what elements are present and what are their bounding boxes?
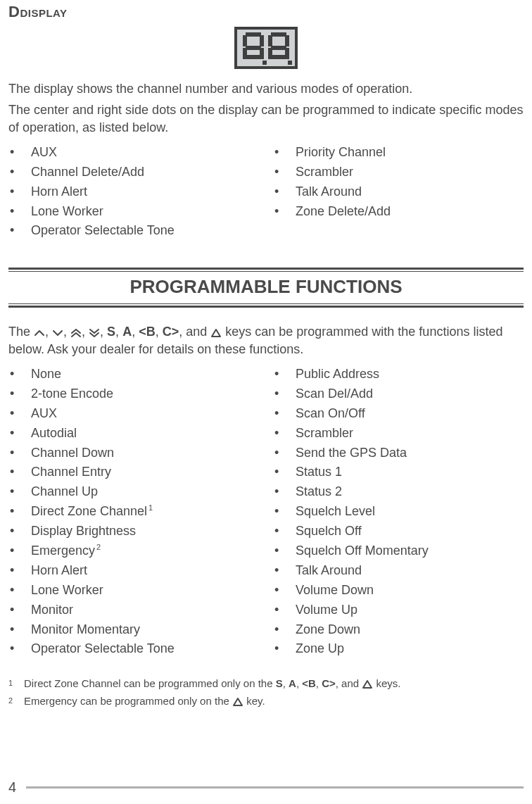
footnote-ref: 1 [148, 503, 153, 512]
list-item: •Scrambler [273, 424, 524, 444]
list-item-label: Channel Up [31, 484, 98, 498]
key-label: S [107, 325, 115, 339]
programmable-intro: The , , , , S, A, <B, C>, and keys can b… [8, 323, 524, 358]
list-item: •Operator Selectable Tone [8, 639, 259, 659]
list-item-label: Channel Down [31, 446, 114, 460]
list-item: •Display Brightness [8, 522, 259, 541]
bullet-icon: • [273, 502, 296, 522]
bullet-icon: • [8, 463, 31, 482]
list-item-label: None [31, 367, 61, 381]
list-item: •2-tone Encode [8, 384, 259, 404]
list-item: •Squelch Level [273, 502, 524, 522]
bullet-icon: • [273, 384, 296, 404]
list-item-label: Talk Around [296, 182, 362, 202]
list-item: •Squelch Off Momentary [273, 541, 524, 561]
display-para-1: The display shows the channel number and… [8, 80, 524, 97]
bullet-icon: • [273, 163, 296, 182]
list-item-label: Volume Down [296, 583, 374, 597]
list-item: •Scan On/Off [273, 404, 524, 424]
footnote: 2Emergency can be programmed only on the… [8, 693, 524, 710]
double-chevron-up-icon [70, 328, 82, 338]
bullet-icon: • [273, 482, 296, 502]
list-item: •Scan Del/Add [273, 384, 524, 404]
chevron-up-icon [34, 328, 45, 338]
bullet-icon: • [273, 404, 296, 424]
bullet-icon: • [8, 561, 31, 581]
list-item-label: Horn Alert [31, 563, 87, 577]
list-item-label: Zone Delete/Add [296, 202, 391, 222]
bullet-icon: • [8, 365, 31, 384]
triangle-up-icon [232, 697, 243, 707]
list-item-label: Squelch Off [296, 524, 362, 538]
list-item: •Squelch Off [273, 522, 524, 541]
list-item: •Zone Up [273, 639, 524, 659]
bullet-icon: • [8, 424, 31, 444]
list-item-label: Status 1 [296, 465, 342, 479]
list-item: •Lone Worker [8, 202, 259, 222]
list-item-label: Autodial [31, 426, 77, 440]
list-item: •Volume Down [273, 581, 524, 601]
key-label: <B [302, 677, 316, 689]
bullet-icon: • [8, 502, 31, 522]
bullet-icon: • [8, 522, 31, 541]
list-item: •Zone Delete/Add [273, 202, 524, 222]
bullet-icon: • [273, 620, 296, 640]
chevron-down-icon [52, 328, 63, 338]
list-item-label: Zone Up [296, 641, 344, 655]
list-item: •Volume Up [273, 601, 524, 620]
list-item-label: Priority Channel [296, 143, 386, 163]
triangle-up-icon [362, 679, 373, 689]
key-label: C> [163, 325, 179, 339]
bullet-icon: • [8, 620, 31, 640]
list-item-label: Squelch Off Momentary [296, 544, 429, 558]
list-item: •AUX [8, 143, 259, 163]
list-item: •Channel Down [8, 444, 259, 463]
list-item-label: Volume Up [296, 603, 357, 617]
list-item-label: Scan Del/Add [296, 387, 373, 401]
list-item: •Channel Up [8, 482, 259, 502]
list-item-label: 2-tone Encode [31, 387, 113, 401]
list-item-label: Scrambler [296, 163, 353, 182]
list-item-label: Horn Alert [31, 182, 87, 202]
footnote-text: Emergency can be programmed only on the … [24, 693, 265, 710]
footnote-number: 1 [8, 676, 24, 689]
footnotes: 1Direct Zone Channel can be programmed o… [8, 676, 524, 709]
bullet-icon: • [273, 601, 296, 620]
programmable-functions-header: PROGRAMMABLE FUNCTIONS [8, 272, 524, 303]
bullet-icon: • [8, 404, 31, 424]
lcd-display [8, 25, 524, 76]
bullet-icon: • [273, 541, 296, 561]
list-item: •Monitor [8, 601, 259, 620]
list-item-label: AUX [31, 143, 57, 163]
list-item-label: Lone Worker [31, 583, 103, 597]
footnote-text: Direct Zone Channel can be programmed on… [24, 676, 401, 692]
list-item-label: Monitor Momentary [31, 622, 140, 636]
triangle-up-icon [210, 328, 222, 338]
lcd-digit-1 [243, 32, 264, 63]
list-item: •Horn Alert [8, 561, 259, 581]
list-item-label: Send the GPS Data [296, 446, 407, 460]
list-item-label: Operator Selectable Tone [31, 641, 175, 655]
bullet-icon: • [273, 581, 296, 601]
bullet-icon: • [273, 202, 296, 222]
list-item: •Emergency2 [8, 541, 259, 561]
bullet-icon: • [8, 601, 31, 620]
bullet-icon: • [273, 444, 296, 463]
list-item-label: Scrambler [296, 426, 353, 440]
list-item: •Direct Zone Channel1 [8, 502, 259, 522]
list-item-label: Talk Around [296, 563, 362, 577]
list-item-label: Status 2 [296, 484, 342, 498]
list-item: •Autodial [8, 424, 259, 444]
list-item: •Scrambler [273, 163, 524, 182]
display-section-title: DDisplay [8, 3, 524, 21]
list-item-label: Direct Zone Channel [31, 504, 147, 518]
footnote: 1Direct Zone Channel can be programmed o… [8, 676, 524, 692]
list-item-label: AUX [31, 406, 57, 420]
list-item: •Status 1 [273, 463, 524, 482]
bullet-icon: • [8, 182, 31, 202]
list-item-label: Scan On/Off [296, 406, 365, 420]
double-chevron-down-icon [89, 328, 100, 338]
list-item: •Channel Delete/Add [8, 163, 259, 182]
list-item: •AUX [8, 404, 259, 424]
list-item: •None [8, 365, 259, 384]
